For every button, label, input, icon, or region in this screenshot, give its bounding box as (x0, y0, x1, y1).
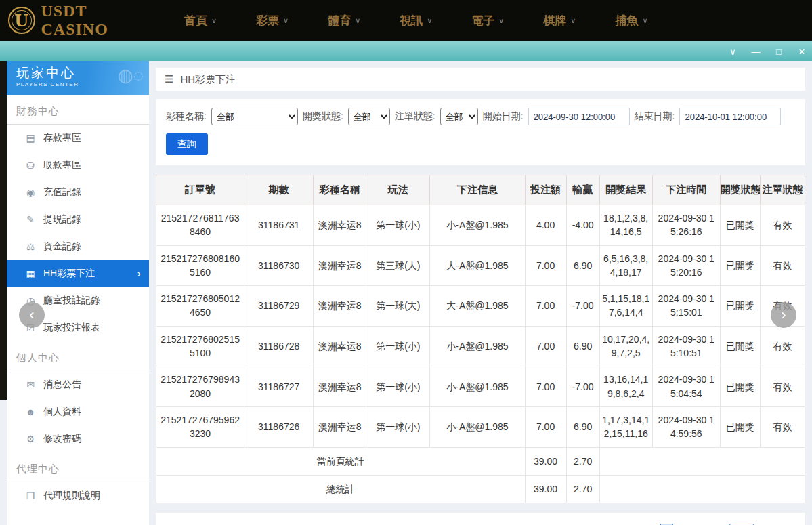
user-icon: ☻ (25, 406, 36, 417)
table-cell: 6.90 (566, 245, 599, 286)
column-header: 訂單號 (156, 175, 244, 205)
table-cell: 31186728 (244, 326, 314, 366)
table-cell: 6,5,16,3,8,4,18,17 (599, 245, 652, 286)
summary-cell (599, 447, 805, 475)
lottery-type-label: 彩種名稱: (166, 110, 207, 123)
table-cell: 10,17,20,4,9,7,2,5 (599, 326, 652, 366)
table-header-row: 訂單號期數彩種名稱玩法下注信息投注額輸贏開獎結果下注時間開獎狀態注單狀態 (156, 175, 805, 205)
sidebar-item-label: 充值記錄 (43, 186, 81, 198)
sidebar-item-label: 資金記錄 (43, 240, 81, 253)
table-cell: -7.00 (566, 286, 599, 327)
sidebar-item-withdraw[interactable]: ⛁取款專區 (7, 152, 149, 179)
nav-item-0[interactable]: 首頁∨ (184, 13, 217, 28)
column-header: 開獎狀態 (720, 175, 760, 205)
bet-table: 訂單號期數彩種名稱玩法下注信息投注額輸贏開獎結果下注時間開獎狀態注單狀態 215… (156, 175, 805, 503)
filter-row: 彩種名稱: 全部 開獎狀態: 全部 注單狀態: 全部 開始日期: 結束日期: (166, 108, 795, 125)
table-cell: 大-A盤@1.985 (430, 286, 525, 327)
close-icon[interactable]: ✕ (796, 47, 808, 57)
sidebar-item-label: 代理規則說明 (43, 490, 100, 502)
summary-cell: 2.70 (566, 447, 599, 475)
table-cell: 已開獎 (720, 205, 760, 246)
section-title: 個人中心 (7, 341, 149, 371)
table-cell: 第一球(小) (366, 366, 430, 407)
sidebar-item-lottery-bet[interactable]: ▦HH彩票下注› (7, 260, 149, 287)
table-cell: 31186731 (244, 205, 314, 246)
background-strip (0, 61, 7, 400)
sidebar-item-recharge-record[interactable]: ◉充值記錄 (7, 179, 149, 206)
end-date-input[interactable] (679, 108, 781, 125)
summary-cell (599, 475, 805, 503)
table-cell: 2024-09-30 15:20:16 (652, 245, 720, 286)
nav-item-6[interactable]: 捕魚∨ (615, 13, 647, 28)
table-cell: 31186729 (244, 286, 314, 327)
query-button[interactable]: 查詢 (166, 133, 208, 155)
nav-item-2[interactable]: 體育∨ (328, 13, 360, 28)
sidebar-header: 玩家中心 PLAYERS CENTER ◍◌ (7, 61, 149, 95)
table-cell: 第一球(小) (366, 205, 430, 246)
sidebar-item-deposit[interactable]: ▤存款專區 (7, 125, 149, 152)
lottery-type-select[interactable]: 全部 (211, 108, 298, 125)
minimize-icon[interactable]: — (750, 47, 762, 57)
table-cell: 大-A盤@1.985 (430, 245, 525, 286)
table-cell: 有效 (760, 245, 805, 286)
table-cell: 1,17,3,14,12,15,11,16 (599, 406, 652, 447)
table-cell: 5,1,15,18,17,6,14,4 (599, 286, 652, 327)
sidebar-item-label: 廳室投註記錄 (43, 295, 100, 307)
nav-item-label: 視訊 (400, 13, 423, 28)
nav-item-label: 首頁 (184, 13, 207, 28)
table-cell: 2152172768117638460 (156, 205, 244, 246)
table-cell: 7.00 (525, 286, 566, 327)
nav-item-3[interactable]: 視訊∨ (400, 13, 432, 28)
column-header: 輸贏 (566, 175, 599, 205)
start-date-input[interactable] (528, 108, 630, 125)
table-cell: 31186730 (244, 245, 314, 286)
table-cell: 已開獎 (720, 406, 760, 447)
top-nav: 首頁∨彩票∨體育∨視訊∨電子∨棋牌∨捕魚∨ (184, 13, 647, 28)
table-cell: 2152172767959623230 (156, 406, 244, 447)
chevron-down-icon: ∨ (355, 16, 360, 25)
table-row: 215217276798943208031186727澳洲幸运8第一球(小)小-… (156, 366, 805, 407)
nav-item-label: 棋牌 (543, 13, 566, 28)
sidebar-item-label: 提現記錄 (43, 213, 81, 226)
sidebar-item-funds-record[interactable]: ⚖資金記錄 (7, 233, 149, 260)
nav-item-4[interactable]: 電子∨ (471, 13, 504, 28)
nav-item-5[interactable]: 棋牌∨ (543, 13, 576, 28)
draw-status-select[interactable]: 全部 (348, 108, 390, 125)
nav-item-label: 電子 (471, 13, 494, 28)
scroll-right-button[interactable]: › (771, 302, 796, 328)
column-header: 注單狀態 (760, 175, 805, 205)
bet-status-select[interactable]: 全部 (440, 108, 478, 125)
draw-status-label: 開獎狀態: (303, 110, 343, 123)
summary-cell: 當前頁統計 (156, 447, 526, 475)
scroll-left-button[interactable]: ‹ (19, 302, 45, 328)
window-controls: ∨—□✕ (727, 41, 808, 62)
doc-icon: ❐ (25, 490, 36, 501)
sidebar-item-label: 存款專區 (43, 132, 81, 144)
table-cell: 澳洲幸运8 (314, 366, 366, 407)
sidebar-item-withdrawal-record[interactable]: ✎提現記錄 (7, 206, 149, 233)
hamburger-icon[interactable]: ☰ (165, 73, 173, 85)
table-cell: 已開獎 (720, 286, 760, 327)
table-cell: 小-A盤@1.985 (430, 205, 525, 246)
sidebar-item-doc[interactable]: ❐代理規則說明 (7, 482, 149, 509)
sidebar-item-gear[interactable]: ⚙修改密碼 (7, 425, 149, 453)
chevron-down-icon: ∨ (498, 16, 504, 25)
table-row: 215217276805012465031186729澳洲幸运8第一球(大)大-… (156, 286, 805, 327)
table-cell: 澳洲幸运8 (314, 286, 366, 327)
nav-item-label: 體育 (328, 13, 351, 28)
table-row: 215217276802515510031186728澳洲幸运8第一球(小)小-… (156, 326, 805, 366)
table-cell: 澳洲幸运8 (314, 205, 366, 246)
column-header: 開獎結果 (599, 175, 652, 205)
collapse-icon[interactable]: ∨ (727, 47, 739, 57)
nav-item-label: 捕魚 (615, 13, 638, 28)
nav-item-1[interactable]: 彩票∨ (256, 13, 289, 28)
table-body: 215217276811763846031186731澳洲幸运8第一球(小)小-… (156, 205, 805, 503)
table-cell: 小-A盤@1.985 (430, 406, 525, 447)
summary-cell: 39.00 (525, 447, 566, 475)
sidebar-item-bell[interactable]: ✉消息公告 (7, 371, 149, 398)
table-cell: 已開獎 (720, 245, 760, 286)
sidebar-item-user[interactable]: ☻個人資料 (7, 398, 149, 425)
maximize-icon[interactable]: □ (773, 47, 785, 57)
table-cell: 31186727 (244, 366, 314, 407)
table-cell: 7.00 (525, 366, 566, 407)
